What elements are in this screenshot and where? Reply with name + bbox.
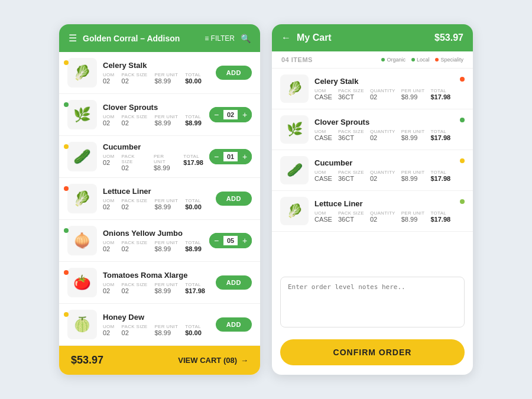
cart-item-name-cart-celery: Celery Stalk xyxy=(314,77,465,86)
qty-control-onions-yellow-jumbo: − 05 + xyxy=(209,233,252,248)
meta-uom-lettuce-liner: UOM 02 xyxy=(103,198,115,210)
product-info-honey-dew: Honey Dew UOM 02 PACK SIZE 02 PER UNIT $… xyxy=(103,313,210,336)
meta-uom-tomatoes-roma: UOM 02 xyxy=(103,282,115,294)
product-dot-onions-yellow-jumbo xyxy=(64,228,69,233)
product-item-onions-yellow-jumbo: 🧅 Onions Yellow Jumbo UOM 02 PACK SIZE 0… xyxy=(59,220,260,262)
meta-uom-honey-dew: UOM 02 xyxy=(103,324,115,336)
meta-perunit-lettuce-liner: PER UNIT $8.99 xyxy=(154,198,178,210)
product-name-clover-sprouts: Clover Sprouts xyxy=(103,103,203,112)
product-info-clover-sprouts: Clover Sprouts UOM 02 PACK SIZE 02 PER U… xyxy=(103,103,203,126)
cart-legend: OrganicLocalSpeciality xyxy=(381,57,463,63)
product-item-tomatoes-roma: 🍅 Tomatoes Roma Xlarge UOM 02 PACK SIZE … xyxy=(59,262,260,304)
add-button-celery-stalk[interactable]: ADD xyxy=(216,66,252,80)
cart-item-meta-cart-celery: UOM CASE PACK SIZE 36CT QUANTITY 02 PER … xyxy=(314,88,465,100)
product-dot-clover-sprouts xyxy=(64,102,69,107)
product-item-cucumber: 🥒 Cucumber UOM 02 PACK SIZE 02 PER UNIT … xyxy=(59,136,260,178)
qty-control-clover-sprouts: − 02 + xyxy=(209,107,252,122)
product-action-cucumber: − 01 + xyxy=(209,149,252,164)
menu-icon[interactable]: ☰ xyxy=(69,33,77,44)
qty-control-cucumber: − 01 + xyxy=(209,149,252,164)
product-meta-tomatoes-roma: UOM 02 PACK SIZE 02 PER UNIT $8.99 TOTAL… xyxy=(103,282,210,294)
legend-item-local: Local xyxy=(411,57,430,63)
meta-total-celery-stalk: TOTAL $0.00 xyxy=(185,72,202,85)
cart-item-cart-celery: 🥬 Celery Stalk UOM CASE PACK SIZE 36CT Q… xyxy=(272,69,473,109)
product-name-celery-stalk: Celery Stalk xyxy=(103,61,210,70)
product-action-lettuce-liner: ADD xyxy=(216,192,252,206)
product-dot-celery-stalk xyxy=(64,60,69,65)
header-icons: ≡ FILTER 🔍 xyxy=(205,34,251,43)
view-cart-button[interactable]: VIEW CART (08) → xyxy=(178,356,248,365)
add-button-honey-dew[interactable]: ADD xyxy=(216,317,252,332)
cart-items-list: 🥬 Celery Stalk UOM CASE PACK SIZE 36CT Q… xyxy=(272,69,473,271)
product-list: 🥬 Celery Stalk UOM 02 PACK SIZE 02 PER U… xyxy=(59,52,260,346)
qty-increase-onions-yellow-jumbo[interactable]: + xyxy=(238,233,252,248)
product-action-clover-sprouts: − 02 + xyxy=(209,107,252,122)
meta-total-cucumber: TOTAL $17.98 xyxy=(183,154,203,171)
meta-perunit-celery-stalk: PER UNIT $8.99 xyxy=(154,72,178,85)
arrow-icon: → xyxy=(241,356,248,365)
product-info-cucumber: Cucumber UOM 02 PACK SIZE 02 PER UNIT $8… xyxy=(103,142,203,171)
meta-uom-onions-yellow-jumbo: UOM 02 xyxy=(103,240,115,252)
cart-header-left: ← My Cart xyxy=(281,33,332,43)
add-button-lettuce-liner[interactable]: ADD xyxy=(216,192,252,206)
cart-item-name-cart-lettuce: Lettuce Liner xyxy=(314,199,465,208)
product-item-lettuce-liner: 🥬 Lettuce Liner UOM 02 PACK SIZE 02 PER … xyxy=(59,178,260,220)
product-name-cucumber: Cucumber xyxy=(103,142,203,151)
meta-pack-tomatoes-roma: PACK SIZE 02 xyxy=(122,282,148,294)
add-button-tomatoes-roma[interactable]: ADD xyxy=(216,275,252,290)
legend-dot-speciality xyxy=(435,58,439,61)
legend-item-speciality: Speciality xyxy=(435,57,463,63)
qty-decrease-clover-sprouts[interactable]: − xyxy=(209,107,223,122)
cart-total-price: $53.97 xyxy=(71,354,103,366)
qty-decrease-cucumber[interactable]: − xyxy=(209,149,223,164)
cart-item-cart-lettuce: 🥬 Lettuce Liner UOM CASE PACK SIZE 36CT … xyxy=(272,191,473,232)
meta-uom-cucumber: UOM 02 xyxy=(103,154,115,171)
cart-item-meta-cart-clover: UOM CASE PACK SIZE 36CT QUANTITY 02 PER … xyxy=(314,129,465,141)
qty-increase-clover-sprouts[interactable]: + xyxy=(238,107,252,122)
meta-uom-celery-stalk: UOM 02 xyxy=(103,72,115,85)
meta-perunit-cucumber: PER UNIT $8.99 xyxy=(154,154,176,171)
product-list-panel: ☰ Golden Corral – Addison ≡ FILTER 🔍 🥬 C… xyxy=(59,24,260,375)
product-image-onions-yellow-jumbo: 🧅 xyxy=(67,226,97,255)
confirm-order-button[interactable]: CONFIRM ORDER xyxy=(280,339,465,365)
cart-item-info-cart-clover: Clover Sprouts UOM CASE PACK SIZE 36CT Q… xyxy=(314,118,465,141)
product-meta-lettuce-liner: UOM 02 PACK SIZE 02 PER UNIT $8.99 TOTAL… xyxy=(103,198,210,210)
search-icon[interactable]: 🔍 xyxy=(241,34,251,43)
product-image-clover-sprouts: 🌿 xyxy=(67,100,97,129)
view-cart-footer[interactable]: $53.97 VIEW CART (08) → xyxy=(59,346,260,375)
filter-button[interactable]: ≡ FILTER xyxy=(205,34,235,43)
product-name-lettuce-liner: Lettuce Liner xyxy=(103,187,210,196)
product-item-honey-dew: 🍈 Honey Dew UOM 02 PACK SIZE 02 PER UNIT… xyxy=(59,304,260,346)
order-notes-container[interactable] xyxy=(280,277,465,327)
product-meta-clover-sprouts: UOM 02 PACK SIZE 02 PER UNIT $8.99 TOTAL… xyxy=(103,114,203,126)
order-notes-input[interactable] xyxy=(288,283,457,319)
qty-value-cucumber: 01 xyxy=(223,152,238,161)
meta-pack-honey-dew: PACK SIZE 02 xyxy=(122,324,148,336)
cart-item-dot-cart-lettuce xyxy=(460,199,465,204)
product-action-honey-dew: ADD xyxy=(216,317,252,332)
product-image-lettuce-liner: 🥬 xyxy=(67,184,97,213)
product-item-clover-sprouts: 🌿 Clover Sprouts UOM 02 PACK SIZE 02 PER… xyxy=(59,94,260,136)
cart-item-name-cart-cucumber: Cucumber xyxy=(314,158,465,167)
product-item-celery-stalk: 🥬 Celery Stalk UOM 02 PACK SIZE 02 PER U… xyxy=(59,52,260,94)
cart-panel: ← My Cart $53.97 04 ITEMS OrganicLocalSp… xyxy=(272,24,473,375)
store-title: Golden Corral – Addison xyxy=(83,34,180,43)
qty-value-onions-yellow-jumbo: 05 xyxy=(223,236,238,245)
back-button[interactable]: ← xyxy=(281,33,291,43)
cart-item-cart-clover: 🌿 Clover Sprouts UOM CASE PACK SIZE 36CT… xyxy=(272,109,473,150)
cart-item-cart-cucumber: 🥒 Cucumber UOM CASE PACK SIZE 36CT QUANT… xyxy=(272,150,473,191)
app-container: ☰ Golden Corral – Addison ≡ FILTER 🔍 🥬 C… xyxy=(47,12,485,387)
qty-decrease-onions-yellow-jumbo[interactable]: − xyxy=(209,233,223,248)
cart-item-info-cart-celery: Celery Stalk UOM CASE PACK SIZE 36CT QUA… xyxy=(314,77,465,100)
cart-item-meta-cart-cucumber: UOM CASE PACK SIZE 36CT QUANTITY 02 PER … xyxy=(314,170,465,182)
product-image-honey-dew: 🍈 xyxy=(67,310,97,339)
product-meta-celery-stalk: UOM 02 PACK SIZE 02 PER UNIT $8.99 TOTAL… xyxy=(103,72,210,85)
cart-header: ← My Cart $53.97 xyxy=(272,24,473,51)
qty-increase-cucumber[interactable]: + xyxy=(238,149,252,164)
product-name-tomatoes-roma: Tomatoes Roma Xlarge xyxy=(103,271,210,280)
cart-item-info-cart-cucumber: Cucumber UOM CASE PACK SIZE 36CT QUANTIT… xyxy=(314,158,465,182)
product-meta-cucumber: UOM 02 PACK SIZE 02 PER UNIT $8.99 TOTAL… xyxy=(103,154,203,171)
meta-total-clover-sprouts: TOTAL $8.99 xyxy=(185,114,202,126)
product-image-celery-stalk: 🥬 xyxy=(67,58,97,87)
product-dot-lettuce-liner xyxy=(64,186,69,191)
